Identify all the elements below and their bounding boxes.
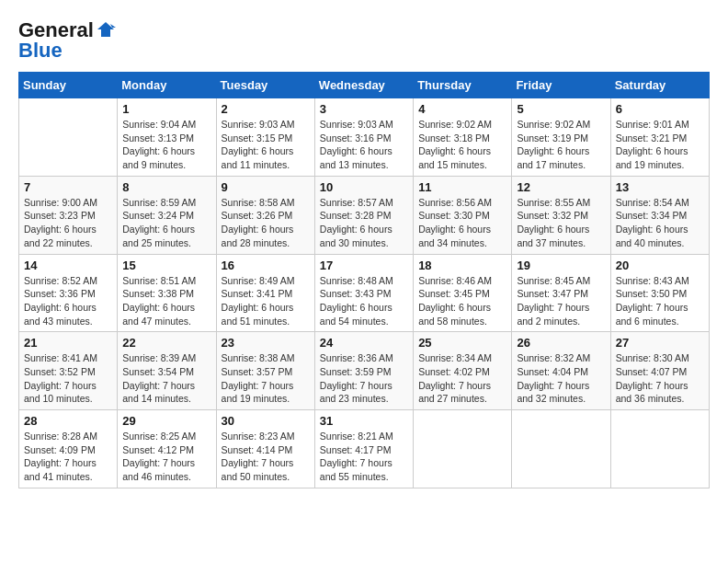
calendar-cell: 26Sunrise: 8:32 AMSunset: 4:04 PMDayligh… bbox=[512, 332, 610, 410]
day-info: Sunrise: 8:38 AMSunset: 3:57 PMDaylight:… bbox=[222, 351, 310, 406]
day-info: Sunrise: 8:43 AMSunset: 3:50 PMDaylight:… bbox=[616, 274, 704, 328]
calendar-cell: 17Sunrise: 8:48 AMSunset: 3:43 PMDayligh… bbox=[314, 254, 413, 332]
day-number: 8 bbox=[122, 180, 210, 194]
calendar-cell: 10Sunrise: 8:57 AMSunset: 3:28 PMDayligh… bbox=[314, 176, 413, 254]
logo: General Blue bbox=[18, 18, 116, 63]
day-info: Sunrise: 9:03 AMSunset: 3:16 PMDaylight:… bbox=[320, 118, 408, 172]
day-info: Sunrise: 8:49 AMSunset: 3:41 PMDaylight:… bbox=[222, 274, 310, 328]
calendar-cell: 3Sunrise: 9:03 AMSunset: 3:16 PMDaylight… bbox=[314, 98, 413, 177]
calendar-cell: 12Sunrise: 8:55 AMSunset: 3:32 PMDayligh… bbox=[512, 176, 610, 254]
day-info: Sunrise: 8:55 AMSunset: 3:32 PMDaylight:… bbox=[517, 196, 605, 250]
day-info: Sunrise: 8:30 AMSunset: 4:07 PMDaylight:… bbox=[616, 351, 704, 406]
calendar-cell bbox=[414, 410, 512, 488]
week-row-4: 21Sunrise: 8:41 AMSunset: 3:52 PMDayligh… bbox=[19, 332, 710, 410]
day-info: Sunrise: 8:34 AMSunset: 4:02 PMDaylight:… bbox=[418, 351, 506, 406]
day-number: 7 bbox=[24, 180, 112, 194]
page-header: General Blue bbox=[18, 18, 710, 63]
calendar-cell: 22Sunrise: 8:39 AMSunset: 3:54 PMDayligh… bbox=[118, 332, 216, 410]
calendar-cell: 28Sunrise: 8:28 AMSunset: 4:09 PMDayligh… bbox=[19, 410, 118, 488]
day-number: 11 bbox=[418, 180, 506, 194]
day-number: 17 bbox=[320, 259, 408, 272]
week-row-3: 14Sunrise: 8:52 AMSunset: 3:36 PMDayligh… bbox=[19, 254, 710, 332]
day-info: Sunrise: 9:03 AMSunset: 3:15 PMDaylight:… bbox=[222, 118, 310, 172]
day-number: 10 bbox=[320, 180, 408, 194]
calendar-cell: 18Sunrise: 8:46 AMSunset: 3:45 PMDayligh… bbox=[414, 254, 512, 332]
calendar-cell: 19Sunrise: 8:45 AMSunset: 3:47 PMDayligh… bbox=[512, 254, 610, 332]
weekday-header-thursday: Thursday bbox=[414, 73, 512, 98]
day-info: Sunrise: 8:21 AMSunset: 4:17 PMDaylight:… bbox=[320, 430, 408, 484]
day-info: Sunrise: 8:45 AMSunset: 3:47 PMDaylight:… bbox=[517, 274, 605, 328]
calendar-cell bbox=[610, 410, 709, 488]
day-info: Sunrise: 8:52 AMSunset: 3:36 PMDaylight:… bbox=[24, 274, 112, 328]
week-row-5: 28Sunrise: 8:28 AMSunset: 4:09 PMDayligh… bbox=[19, 410, 710, 488]
day-info: Sunrise: 8:56 AMSunset: 3:30 PMDaylight:… bbox=[418, 196, 506, 250]
calendar-cell: 30Sunrise: 8:23 AMSunset: 4:14 PMDayligh… bbox=[216, 410, 314, 488]
calendar-cell: 4Sunrise: 9:02 AMSunset: 3:18 PMDaylight… bbox=[414, 98, 512, 177]
day-number: 18 bbox=[418, 259, 506, 272]
calendar-cell: 1Sunrise: 9:04 AMSunset: 3:13 PMDaylight… bbox=[118, 98, 216, 177]
logo-bird-icon bbox=[96, 20, 116, 40]
day-number: 15 bbox=[122, 259, 210, 272]
calendar-table: SundayMondayTuesdayWednesdayThursdayFrid… bbox=[18, 72, 710, 488]
day-number: 6 bbox=[616, 102, 704, 116]
day-number: 27 bbox=[616, 336, 704, 350]
calendar-cell: 23Sunrise: 8:38 AMSunset: 3:57 PMDayligh… bbox=[216, 332, 314, 410]
day-number: 24 bbox=[320, 336, 408, 350]
calendar-cell: 25Sunrise: 8:34 AMSunset: 4:02 PMDayligh… bbox=[414, 332, 512, 410]
day-info: Sunrise: 8:51 AMSunset: 3:38 PMDaylight:… bbox=[122, 274, 210, 328]
weekday-header-tuesday: Tuesday bbox=[216, 73, 314, 98]
day-info: Sunrise: 8:46 AMSunset: 3:45 PMDaylight:… bbox=[418, 274, 506, 328]
day-info: Sunrise: 8:59 AMSunset: 3:24 PMDaylight:… bbox=[122, 196, 210, 250]
day-info: Sunrise: 8:32 AMSunset: 4:04 PMDaylight:… bbox=[517, 351, 605, 406]
calendar-cell: 14Sunrise: 8:52 AMSunset: 3:36 PMDayligh… bbox=[19, 254, 118, 332]
calendar-cell: 11Sunrise: 8:56 AMSunset: 3:30 PMDayligh… bbox=[414, 176, 512, 254]
calendar-cell: 31Sunrise: 8:21 AMSunset: 4:17 PMDayligh… bbox=[314, 410, 413, 488]
day-number: 23 bbox=[222, 336, 310, 350]
calendar-cell: 9Sunrise: 8:58 AMSunset: 3:26 PMDaylight… bbox=[216, 176, 314, 254]
day-number: 13 bbox=[616, 180, 704, 194]
day-number: 31 bbox=[320, 414, 408, 428]
calendar-cell: 13Sunrise: 8:54 AMSunset: 3:34 PMDayligh… bbox=[610, 176, 709, 254]
day-info: Sunrise: 8:39 AMSunset: 3:54 PMDaylight:… bbox=[122, 351, 210, 406]
day-number: 28 bbox=[24, 414, 112, 428]
weekday-header-friday: Friday bbox=[512, 73, 610, 98]
day-info: Sunrise: 9:02 AMSunset: 3:18 PMDaylight:… bbox=[418, 118, 506, 172]
day-info: Sunrise: 8:25 AMSunset: 4:12 PMDaylight:… bbox=[122, 430, 210, 484]
day-info: Sunrise: 8:23 AMSunset: 4:14 PMDaylight:… bbox=[222, 430, 310, 484]
day-number: 19 bbox=[517, 259, 605, 272]
calendar-cell: 24Sunrise: 8:36 AMSunset: 3:59 PMDayligh… bbox=[314, 332, 413, 410]
weekday-header-sunday: Sunday bbox=[19, 73, 118, 98]
calendar-cell: 29Sunrise: 8:25 AMSunset: 4:12 PMDayligh… bbox=[118, 410, 216, 488]
week-row-2: 7Sunrise: 9:00 AMSunset: 3:23 PMDaylight… bbox=[19, 176, 710, 254]
day-number: 21 bbox=[24, 336, 112, 350]
day-info: Sunrise: 9:00 AMSunset: 3:23 PMDaylight:… bbox=[24, 196, 112, 250]
day-number: 4 bbox=[418, 102, 506, 116]
day-info: Sunrise: 8:54 AMSunset: 3:34 PMDaylight:… bbox=[616, 196, 704, 250]
day-info: Sunrise: 8:41 AMSunset: 3:52 PMDaylight:… bbox=[24, 351, 112, 406]
calendar-cell: 8Sunrise: 8:59 AMSunset: 3:24 PMDaylight… bbox=[118, 176, 216, 254]
logo-blue-text: Blue bbox=[18, 39, 63, 63]
week-row-1: 1Sunrise: 9:04 AMSunset: 3:13 PMDaylight… bbox=[19, 98, 710, 177]
day-number: 5 bbox=[517, 102, 605, 116]
day-info: Sunrise: 8:48 AMSunset: 3:43 PMDaylight:… bbox=[320, 274, 408, 328]
calendar-cell: 5Sunrise: 9:02 AMSunset: 3:19 PMDaylight… bbox=[512, 98, 610, 177]
day-number: 12 bbox=[517, 180, 605, 194]
day-number: 22 bbox=[122, 336, 210, 350]
day-number: 1 bbox=[122, 102, 210, 116]
calendar-cell: 6Sunrise: 9:01 AMSunset: 3:21 PMDaylight… bbox=[610, 98, 709, 177]
day-number: 9 bbox=[222, 180, 310, 194]
day-number: 2 bbox=[222, 102, 310, 116]
calendar-cell bbox=[19, 98, 118, 177]
calendar-cell: 15Sunrise: 8:51 AMSunset: 3:38 PMDayligh… bbox=[118, 254, 216, 332]
day-info: Sunrise: 9:02 AMSunset: 3:19 PMDaylight:… bbox=[517, 118, 605, 172]
calendar-cell: 16Sunrise: 8:49 AMSunset: 3:41 PMDayligh… bbox=[216, 254, 314, 332]
weekday-header-saturday: Saturday bbox=[610, 73, 709, 98]
weekday-header-wednesday: Wednesday bbox=[314, 73, 413, 98]
day-info: Sunrise: 8:28 AMSunset: 4:09 PMDaylight:… bbox=[24, 430, 112, 484]
day-number: 25 bbox=[418, 336, 506, 350]
calendar-cell: 21Sunrise: 8:41 AMSunset: 3:52 PMDayligh… bbox=[19, 332, 118, 410]
day-number: 20 bbox=[616, 259, 704, 272]
weekday-header-row: SundayMondayTuesdayWednesdayThursdayFrid… bbox=[19, 73, 710, 98]
day-number: 26 bbox=[517, 336, 605, 350]
svg-marker-0 bbox=[97, 22, 114, 37]
